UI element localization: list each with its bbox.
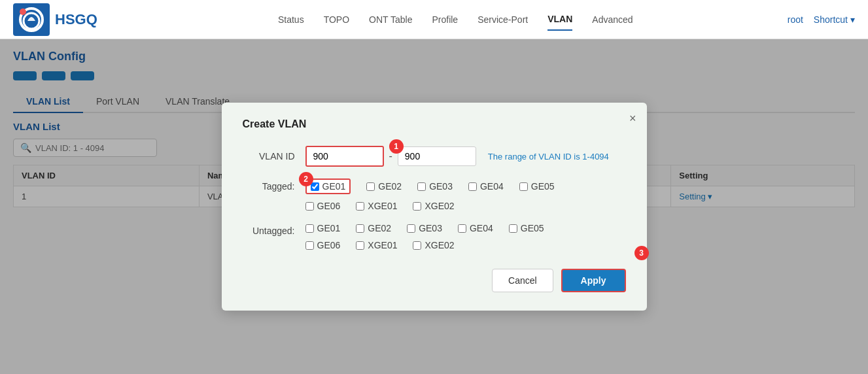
untagged-row: Untagged: GE01 GE02 GE03 <box>243 223 626 250</box>
tagged-xge01-checkbox[interactable] <box>356 202 364 211</box>
nav-topo[interactable]: TOPO <box>324 9 349 30</box>
step-badge-1: 1 <box>389 139 404 154</box>
modal-overlay: Create VLAN × VLAN ID 1 - The range of V… <box>0 39 868 374</box>
untagged-label: Untagged: <box>243 223 295 236</box>
tagged-xge02-checkbox[interactable] <box>413 202 421 211</box>
nav-ont-table[interactable]: ONT Table <box>369 9 412 30</box>
untagged-ge03-label: GE03 <box>407 223 442 233</box>
vlan-id-start-wrap: 1 <box>305 146 384 167</box>
untagged-ge03-checkbox[interactable] <box>407 224 415 233</box>
nav-right: root Shortcut ▾ <box>788 14 855 25</box>
tagged-row: Tagged: GE01 2 GE02 <box>243 178 626 211</box>
apply-button-wrap: Apply 3 <box>561 269 626 292</box>
step-badge-2: 2 <box>299 172 313 186</box>
untagged-ports-row2: GE06 XGE01 XGE02 <box>305 240 626 250</box>
tagged-ports-group: GE01 2 GE02 GE03 <box>305 178 626 211</box>
vlan-id-group: 1 - The range of VLAN ID is 1-4094 <box>305 146 609 167</box>
modal-close-button[interactable]: × <box>629 112 636 126</box>
step-badge-3: 3 <box>634 246 649 260</box>
tagged-label: Tagged: <box>243 178 295 192</box>
tagged-xge02-label: XGE02 <box>413 201 454 211</box>
nav-vlan[interactable]: VLAN <box>547 8 572 31</box>
vlan-id-label: VLAN ID <box>243 151 295 162</box>
vlan-id-row: VLAN ID 1 - The range of VLAN ID is 1-40… <box>243 146 626 167</box>
untagged-ge06-label: GE06 <box>305 240 341 250</box>
tagged-ge05-label: GE05 <box>519 178 555 194</box>
tagged-ge06-checkbox[interactable] <box>305 202 314 211</box>
untagged-ge02-checkbox[interactable] <box>356 224 364 233</box>
tagged-xge01-label: XGE01 <box>356 201 397 211</box>
untagged-ge05-label: GE05 <box>509 223 544 233</box>
vlan-id-start-input[interactable] <box>305 146 384 167</box>
vlan-id-end-input[interactable] <box>398 146 476 166</box>
page-content: VLAN Config VLAN List Port VLAN VLAN Tra… <box>0 39 868 374</box>
untagged-ge02-label: GE02 <box>356 223 391 233</box>
untagged-ge04-checkbox[interactable] <box>458 224 466 233</box>
modal-title: Create VLAN <box>243 118 626 130</box>
tagged-ge04-checkbox[interactable] <box>468 182 477 191</box>
untagged-xge01-checkbox[interactable] <box>356 241 364 250</box>
untagged-ge05-checkbox[interactable] <box>509 224 517 233</box>
untagged-xge02-label: XGE02 <box>413 240 454 250</box>
untagged-ge04-label: GE04 <box>458 223 493 233</box>
cancel-button[interactable]: Cancel <box>492 269 553 292</box>
modal-footer: Cancel Apply 3 <box>243 269 626 292</box>
tagged-ge03-checkbox[interactable] <box>417 182 426 191</box>
brand-name: HSGQ <box>55 11 97 28</box>
create-vlan-modal: Create VLAN × VLAN ID 1 - The range of V… <box>222 103 647 311</box>
nav-advanced[interactable]: Advanced <box>592 9 633 30</box>
untagged-xge02-checkbox[interactable] <box>413 241 421 250</box>
tagged-ge02-checkbox[interactable] <box>366 182 375 191</box>
tagged-ge02-label: GE02 <box>366 178 402 194</box>
nav-status[interactable]: Status <box>278 9 304 30</box>
tagged-ge01-text: GE01 <box>322 181 346 192</box>
tagged-ports-row1: GE01 2 GE02 GE03 <box>305 178 626 194</box>
apply-button[interactable]: Apply <box>561 269 626 292</box>
tagged-ge04-label: GE04 <box>468 178 504 194</box>
nav-profile[interactable]: Profile <box>432 9 458 30</box>
header: HSGQ Status TOPO ONT Table Profile Servi… <box>0 0 868 39</box>
tagged-ports-row2: GE06 XGE01 XGE02 <box>305 201 626 211</box>
svg-point-0 <box>24 13 39 29</box>
logo-icon <box>13 3 50 36</box>
nav-menu: Status TOPO ONT Table Profile Service-Po… <box>124 8 788 31</box>
untagged-ge06-checkbox[interactable] <box>305 241 314 250</box>
tagged-ge01-wrap: GE01 2 <box>305 178 351 194</box>
untagged-ge01-label: GE01 <box>305 223 341 233</box>
chevron-down-icon: ▾ <box>850 14 855 25</box>
logo-area: HSGQ <box>13 3 97 36</box>
user-link[interactable]: root <box>788 14 803 25</box>
vlan-id-hint: The range of VLAN ID is 1-4094 <box>488 152 609 162</box>
nav-service-port[interactable]: Service-Port <box>477 9 528 30</box>
untagged-ports-group: GE01 GE02 GE03 GE04 <box>305 223 626 250</box>
untagged-ge01-checkbox[interactable] <box>305 224 314 233</box>
tagged-ge05-checkbox[interactable] <box>519 182 528 191</box>
tagged-ge06-label: GE06 <box>305 201 341 211</box>
logo-dot <box>20 8 26 15</box>
untagged-xge01-label: XGE01 <box>356 240 397 250</box>
shortcut-link[interactable]: Shortcut ▾ <box>814 14 855 25</box>
tagged-ge03-label: GE03 <box>417 178 453 194</box>
untagged-ports-row1: GE01 GE02 GE03 GE04 <box>305 223 626 233</box>
